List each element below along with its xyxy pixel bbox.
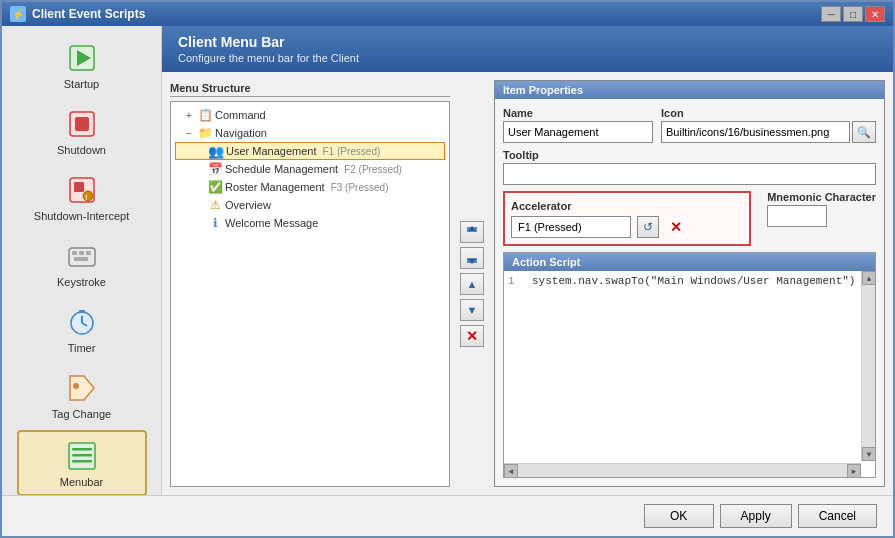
move-up-page-button[interactable] [460,221,484,243]
tree-item-overview[interactable]: ⚠ Overview [175,196,445,214]
accelerator-label: Accelerator [511,200,572,212]
action-script-section: Action Script 1 system.nav.swapTo("Main … [503,252,876,478]
tree-item-navigation[interactable]: − 📁 Navigation [175,124,445,142]
sidebar-item-menubar[interactable]: Menubar [17,430,147,495]
sidebar-item-shutdown[interactable]: Shutdown [17,100,147,162]
svg-rect-11 [86,251,91,255]
sidebar: Startup Shutdown [2,26,162,495]
icon-overview: ⚠ [207,197,223,213]
content-area: Menu Structure + 📋 Command − 📁 Navigat [162,72,893,495]
page-title: Client Menu Bar [178,34,877,50]
move-down-page-button[interactable] [460,247,484,269]
menu-structure-title: Menu Structure [170,80,450,97]
startup-icon [64,40,100,76]
scroll-down-arrow[interactable]: ▼ [862,447,875,461]
minimize-button[interactable]: ─ [821,6,841,22]
scroll-right-arrow[interactable]: ► [847,464,861,477]
tooltip-group: Tooltip [503,149,876,185]
label-roster-management: Roster Management [225,181,325,193]
icon-user-management: 👥 [208,143,224,159]
title-bar: ⚡ Client Event Scripts ─ □ ✕ [2,2,893,26]
script-scrollbar-x[interactable]: ◄ ► [504,463,861,477]
label-overview: Overview [225,199,271,211]
ok-button[interactable]: OK [644,504,714,528]
apply-button[interactable]: Apply [720,504,792,528]
menubar-icon [64,438,100,474]
action-script-header: Action Script [504,253,875,271]
main-window: ⚡ Client Event Scripts ─ □ ✕ Startup [0,0,895,538]
move-down-button[interactable]: ▼ [460,299,484,321]
sidebar-label-menubar: Menubar [60,476,103,488]
scroll-left-arrow[interactable]: ◄ [504,464,518,477]
sidebar-item-keystroke[interactable]: Keystroke [17,232,147,294]
sidebar-label-startup: Startup [64,78,99,90]
accelerator-section: Accelerator ↺ ✕ [503,191,751,246]
icon-group: Icon 🔍 [661,107,876,143]
tooltip-label: Tooltip [503,149,876,161]
expand-command: + [183,110,195,121]
icon-command: 📋 [197,107,213,123]
accelerator-clear-button[interactable]: ✕ [665,216,687,238]
icon-navigation: 📁 [197,125,213,141]
shutdown-icon [64,106,100,142]
icon-input[interactable] [661,121,850,143]
line-number-1: 1 [508,275,524,287]
footer: OK Apply Cancel [2,495,893,536]
sidebar-item-tag-change[interactable]: Tag Change [17,364,147,426]
window-icon: ⚡ [10,6,26,22]
tag-change-icon [64,370,100,406]
tree-item-user-management[interactable]: 👥 User Management F1 (Pressed) [175,142,445,160]
close-button[interactable]: ✕ [865,6,885,22]
tree-container[interactable]: + 📋 Command − 📁 Navigation 👥 [170,101,450,487]
label-schedule-management: Schedule Management [225,163,338,175]
svg-rect-10 [79,251,84,255]
tree-item-roster-management[interactable]: ✅ Roster Management F3 (Pressed) [175,178,445,196]
move-up-button[interactable]: ▲ [460,273,484,295]
name-group: Name [503,107,653,143]
svg-rect-19 [72,448,92,451]
script-scrollbar-y[interactable]: ▲ ▼ [861,271,875,461]
sidebar-item-timer[interactable]: Timer [17,298,147,360]
properties-content: Name Icon 🔍 [495,99,884,486]
icon-label: Icon [661,107,876,119]
tooltip-input[interactable] [503,163,876,185]
title-controls: ─ □ ✕ [821,6,885,22]
sidebar-item-startup[interactable]: Startup [17,34,147,96]
svg-rect-16 [79,310,85,313]
title-bar-left: ⚡ Client Event Scripts [10,6,145,22]
script-content[interactable]: 1 system.nav.swapTo("Main Windows/User M… [504,271,875,477]
tree-item-schedule-management[interactable]: 📅 Schedule Management F2 (Pressed) [175,160,445,178]
tree-item-welcome[interactable]: ℹ Welcome Message [175,214,445,232]
accel-mnemonic-row: Accelerator ↺ ✕ Mnemonic Character [503,191,876,246]
cancel-button[interactable]: Cancel [798,504,877,528]
mnemonic-label: Mnemonic Character [767,191,876,203]
right-panel: Client Menu Bar Configure the menu bar f… [162,26,893,495]
maximize-button[interactable]: □ [843,6,863,22]
svg-rect-20 [72,454,92,457]
mnemonic-input[interactable] [767,205,827,227]
sidebar-item-shutdown-intercept[interactable]: ! Shutdown-Intercept [17,166,147,228]
delete-button[interactable]: ✕ [460,325,484,347]
accelerator-reset-button[interactable]: ↺ [637,216,659,238]
name-label: Name [503,107,653,119]
scroll-up-arrow[interactable]: ▲ [862,271,875,285]
svg-point-17 [73,383,79,389]
label-navigation: Navigation [215,127,267,139]
script-code-1: system.nav.swapTo("Main Windows/User Man… [532,275,855,287]
svg-rect-9 [72,251,77,255]
label-command: Command [215,109,266,121]
name-input[interactable] [503,121,653,143]
mnemonic-group: Mnemonic Character [767,191,876,227]
accelerator-input[interactable] [511,216,631,238]
sidebar-label-timer: Timer [68,342,96,354]
main-content: Startup Shutdown [2,26,893,495]
svg-rect-3 [75,117,89,131]
sidebar-label-shutdown: Shutdown [57,144,106,156]
tree-item-command[interactable]: + 📋 Command [175,106,445,124]
page-subtitle: Configure the menu bar for the Client [178,52,877,64]
icon-welcome: ℹ [207,215,223,231]
svg-text:!: ! [85,193,88,202]
icon-schedule-management: 📅 [207,161,223,177]
icon-browse-button[interactable]: 🔍 [852,121,876,143]
timer-icon [64,304,100,340]
